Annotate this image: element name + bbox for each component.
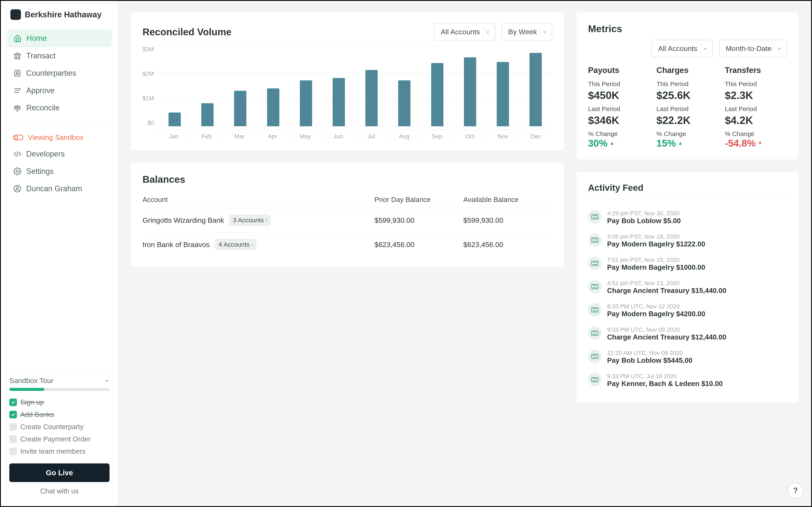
- feed-item[interactable]: 9:33 PM UTC, Nov 12 2020Pay Modern Bagel…: [588, 299, 787, 322]
- x-tick: Feb: [190, 132, 223, 140]
- accounts-badge[interactable]: 3 Accounts: [229, 215, 271, 226]
- main-content: Reconciled Volume All Accounts By Week: [118, 1, 811, 506]
- counterparties-icon: [13, 69, 21, 77]
- feed-item[interactable]: 9:33 PM UTC, Jul 16 2020Pay Kenner, Bach…: [588, 369, 787, 392]
- bank-name: Gringotts Wizarding Bank: [142, 216, 224, 224]
- col-available: Available Balance: [463, 195, 552, 204]
- chat-link[interactable]: Chat with us: [7, 485, 112, 498]
- feed-item[interactable]: 12:20 AM UTC, Nov 08 2020Pay Bob Loblow …: [588, 345, 787, 369]
- tour-item-label: Create Payment Order: [20, 435, 90, 443]
- money-icon: [588, 350, 602, 363]
- sidebar-item-reconcile[interactable]: Reconcile: [7, 99, 112, 117]
- x-tick: Dec: [519, 132, 552, 140]
- card-title: Reconciled Volume: [142, 26, 232, 38]
- metric-last-value: $346K: [588, 114, 650, 126]
- chart-bar: [234, 91, 246, 126]
- feed-timestamp: 12:20 AM UTC, Nov 08 2020: [607, 350, 692, 356]
- select-value: All Accounts: [441, 28, 480, 36]
- tour-item-label: Add Banks: [20, 410, 54, 418]
- chart-bar: [497, 62, 509, 126]
- sidebar-item-approve[interactable]: Approve: [7, 82, 112, 99]
- x-tick: Nov: [487, 132, 519, 140]
- feed-timestamp: 4:51 pm PST, Nov 13, 2020: [607, 280, 726, 287]
- table-row[interactable]: Gringotts Wizarding Bank3 Accounts$599,9…: [142, 208, 552, 232]
- tour-item[interactable]: Sign up: [7, 396, 112, 408]
- metric-name: Payouts: [588, 66, 650, 75]
- feed-title: Activity Feed: [588, 183, 787, 193]
- tour-header[interactable]: Sandbox Tour: [7, 377, 112, 388]
- sidebar-item-developers[interactable]: Developers: [7, 145, 112, 163]
- metric-last-value: $22.2K: [657, 114, 718, 126]
- checkbox-empty-icon: [9, 435, 17, 443]
- scales-icon: [13, 104, 21, 112]
- chevron-down-icon: [104, 378, 110, 384]
- sidebar-item-label: Home: [26, 34, 47, 43]
- arrow-down-icon: ▼: [758, 140, 762, 146]
- accounts-badge[interactable]: 4 Accounts: [215, 239, 256, 250]
- home-icon: [13, 34, 22, 43]
- metric-label: % Change: [588, 130, 650, 137]
- chart-bar: [431, 63, 443, 126]
- table-row[interactable]: Iron Bank of Braavos4 Accounts$623,456.0…: [142, 232, 552, 257]
- go-live-button[interactable]: Go Live: [9, 463, 110, 482]
- money-icon: [588, 373, 602, 386]
- feed-text: Charge Ancient Treasury $15,440.00: [607, 287, 726, 295]
- tour-item-label: Invite team members: [20, 447, 85, 455]
- y-tick: $2M: [142, 70, 154, 77]
- metric-this-value: $2.3K: [725, 89, 787, 102]
- feed-item[interactable]: 4:29 pm PST, Nov 30, 2020Pay Bob Loblow …: [588, 206, 787, 229]
- x-tick: Mar: [223, 132, 256, 140]
- svg-point-1: [16, 71, 18, 74]
- feed-item[interactable]: 3:05 pm PST, Nov 18, 2020Pay Modern Bage…: [588, 229, 787, 252]
- tour-item[interactable]: Create Counterparty: [7, 421, 112, 433]
- metrics-period-select[interactable]: Month-to-Date: [719, 40, 787, 57]
- arrow-up-icon: ▲: [610, 140, 614, 146]
- money-icon: [588, 303, 602, 317]
- account-select[interactable]: All Accounts: [434, 23, 495, 41]
- metric-column: ChargesThis Period$25.6KLast Period$22.2…: [657, 66, 718, 149]
- toggle-icon: [13, 135, 23, 140]
- available-balance: $623,456.00: [463, 240, 552, 249]
- metric-column: PayoutsThis Period$450KLast Period$346K%…: [588, 66, 650, 149]
- tour-item[interactable]: Create Payment Order: [7, 433, 112, 445]
- feed-item[interactable]: 4:51 pm PST, Nov 13, 2020Charge Ancient …: [588, 276, 787, 299]
- sidebar-item-user[interactable]: Duncan Graham: [7, 180, 112, 198]
- chart-bar: [267, 89, 279, 126]
- metric-label: This Period: [725, 80, 787, 88]
- chart-bar: [365, 70, 378, 126]
- card-title: Balances: [142, 174, 552, 185]
- svg-point-2: [16, 170, 18, 172]
- sidebar-item-counterparties[interactable]: Counterparties: [7, 64, 112, 82]
- x-tick: Sep: [421, 132, 453, 140]
- x-tick: Jul: [355, 132, 388, 140]
- brand: Berkshire Hathaway: [7, 9, 112, 20]
- metrics-account-select[interactable]: All Accounts: [651, 40, 712, 57]
- metric-name: Transfers: [725, 66, 787, 75]
- chevron-down-icon: [486, 30, 490, 34]
- y-axis: $3M$2M$1M$0: [142, 46, 158, 126]
- sandbox-tour: Sandbox Tour Sign upAdd BanksCreate Coun…: [7, 369, 112, 498]
- sidebar-item-label: Counterparties: [26, 69, 76, 77]
- sandbox-toggle-row[interactable]: Viewing Sandbox: [7, 129, 112, 145]
- period-select[interactable]: By Week: [502, 23, 552, 41]
- chevron-down-icon: [777, 46, 782, 51]
- feed-item[interactable]: 7:51 pm PST, Nov 15, 2020Pay Modern Bage…: [588, 252, 787, 276]
- feed-item[interactable]: 9:33 PM UTC, Nov 09 2020Charge Ancient T…: [588, 322, 787, 345]
- sidebar-item-label: Transact: [26, 51, 56, 60]
- col-account: Account: [142, 195, 374, 204]
- sidebar-item-label: Approve: [26, 86, 55, 95]
- sidebar-item-settings[interactable]: Settings: [7, 163, 112, 180]
- y-tick: $1M: [142, 95, 154, 102]
- balances-card: Balances Account Prior Day Balance Avail…: [131, 163, 564, 267]
- feed-timestamp: 9:33 PM UTC, Nov 09 2020: [607, 326, 726, 333]
- tour-item[interactable]: Add Banks: [7, 408, 112, 421]
- help-button[interactable]: ?: [788, 483, 804, 499]
- sidebar-item-home[interactable]: Home: [7, 30, 112, 47]
- tour-item[interactable]: Invite team members: [7, 445, 112, 457]
- chevron-right-icon: [265, 219, 268, 222]
- sidebar-item-transact[interactable]: Transact: [7, 47, 112, 64]
- metric-label: Last Period: [588, 105, 650, 113]
- activity-feed-card: Activity Feed 4:29 pm PST, Nov 30, 2020P…: [576, 172, 799, 402]
- x-axis: JanFebMarAprMayJunJulAugSepOctNovDec: [157, 129, 552, 140]
- tour-progress-fill: [9, 388, 45, 391]
